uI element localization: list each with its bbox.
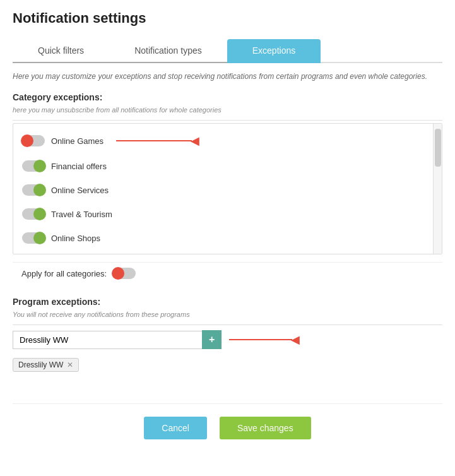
category-box: Online Games ◀ Financial offers Online S… <box>13 123 442 254</box>
toggle-thumb <box>33 232 46 244</box>
page-title: Notification settings <box>13 10 442 27</box>
category-label-online-games: Online Games <box>51 136 103 146</box>
toggle-online-shops[interactable] <box>22 232 45 244</box>
save-changes-button[interactable]: Save changes <box>220 417 311 439</box>
cancel-button[interactable]: Cancel <box>144 417 207 439</box>
category-item-online-services: Online Services <box>13 178 442 202</box>
category-label-financial-offers: Financial offers <box>51 162 107 171</box>
tag-label: Dresslily WW <box>18 360 63 369</box>
category-item-online-games: Online Games ◀ <box>13 128 442 154</box>
apply-all-row: Apply for all categories: <box>13 262 442 284</box>
page-description: Here you may customize your exceptions a… <box>13 72 442 81</box>
toggle-thumb <box>21 134 33 147</box>
category-item-financial-offers: Financial offers <box>13 154 442 178</box>
footer-buttons: Cancel Save changes <box>13 403 442 439</box>
category-item-travel-tourism: Travel & Tourism <box>13 202 442 226</box>
category-item-online-shops: Online Shops <box>13 226 442 250</box>
tab-notification-types[interactable]: Notification types <box>109 39 227 63</box>
program-section: Program exceptions: You will not receive… <box>13 297 442 372</box>
toggle-thumb <box>33 184 46 196</box>
toggle-online-services[interactable] <box>22 184 45 196</box>
category-label-online-services: Online Services <box>51 186 109 195</box>
program-arrow-line <box>229 339 292 340</box>
program-arrow-indicator: ◀ <box>229 333 300 347</box>
program-section-subtitle: You will not receive any notifications f… <box>13 311 442 322</box>
program-section-title: Program exceptions: <box>13 297 442 307</box>
scrollbar[interactable] <box>433 124 442 254</box>
toggle-online-games[interactable] <box>22 135 45 146</box>
tab-exceptions[interactable]: Exceptions <box>227 39 321 63</box>
toggle-apply-all[interactable] <box>113 268 136 279</box>
category-section-title: Category exceptions: <box>13 92 442 102</box>
add-program-button[interactable]: + <box>202 330 222 349</box>
arrow-line <box>116 140 192 141</box>
apply-all-label: Apply for all categories: <box>21 269 107 278</box>
program-tags: Dresslily WW ✕ <box>13 355 442 372</box>
tag-dresslily-ww: Dresslily WW ✕ <box>13 358 79 372</box>
toggle-thumb <box>33 208 46 220</box>
program-arrow-head: ◀ <box>291 333 300 347</box>
program-input-row: + ◀ <box>13 330 442 349</box>
scrollbar-thumb <box>435 129 441 167</box>
arrow-head: ◀ <box>191 134 199 148</box>
category-section-header: Category exceptions: here you may unsubs… <box>13 92 442 121</box>
tab-quick-filters[interactable]: Quick filters <box>13 39 109 63</box>
program-search-input[interactable] <box>13 331 202 349</box>
category-list: Online Games ◀ Financial offers Online S… <box>13 124 442 254</box>
tabs-container: Quick filters Notification types Excepti… <box>13 39 442 63</box>
category-label-travel-tourism: Travel & Tourism <box>51 210 112 219</box>
toggle-thumb-apply-all <box>112 267 124 280</box>
toggle-financial-offers[interactable] <box>22 160 45 172</box>
category-section-subtitle: here you may unsubscribe from all notifi… <box>13 106 442 117</box>
toggle-travel-tourism[interactable] <box>22 208 45 220</box>
category-label-online-shops: Online Shops <box>51 234 100 243</box>
arrow-indicator-online-games: ◀ <box>116 134 199 148</box>
toggle-thumb <box>33 160 46 172</box>
program-section-header: Program exceptions: You will not receive… <box>13 297 442 325</box>
tag-close-button[interactable]: ✕ <box>67 360 73 369</box>
